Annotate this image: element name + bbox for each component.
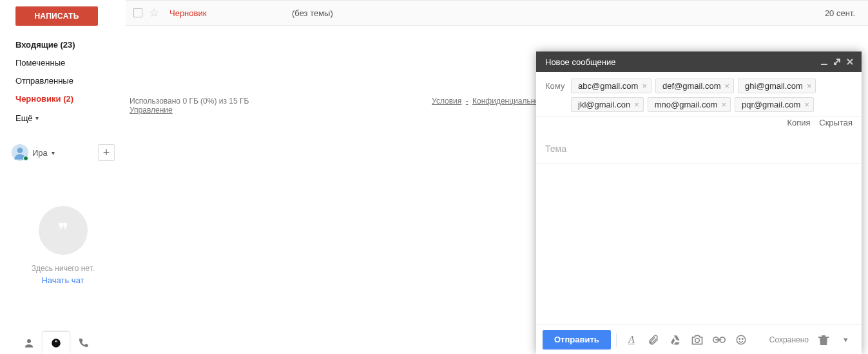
saved-label: Сохранено	[769, 335, 809, 344]
popout-button[interactable]	[831, 55, 844, 68]
recipient-email: pqr@gmail.com	[742, 100, 800, 109]
message-row[interactable]: ☆ Черновик (без темы) 20 сент.	[126, 0, 868, 26]
attach-icon[interactable]	[644, 330, 663, 349]
storage-manage-link[interactable]: Управление	[130, 106, 173, 115]
recipient-chip[interactable]: def@gmail.com×	[655, 79, 734, 93]
chip-remove-icon[interactable]: ×	[634, 100, 639, 109]
footer-sep: -	[466, 97, 468, 106]
presence-dot-icon	[23, 156, 28, 161]
cc-link[interactable]: Копия	[787, 118, 810, 127]
link-icon[interactable]	[709, 330, 729, 349]
minimize-button[interactable]	[818, 55, 831, 68]
user-menu-caret-icon[interactable]: ▾	[52, 149, 55, 156]
hangouts-empty-state: ❞ Здесь ничего нет. Начать чат	[8, 206, 118, 285]
svg-point-6	[695, 338, 700, 342]
message-from: Черновик	[169, 8, 292, 18]
footer-links: Условия - Конфиденциально	[432, 97, 539, 106]
svg-point-10	[737, 335, 746, 344]
recipient-email: abc@gmail.com	[578, 81, 638, 91]
recipient-chip[interactable]: mno@gmail.com×	[648, 97, 731, 112]
recipient-email: def@gmail.com	[662, 81, 721, 91]
emoji-icon[interactable]	[731, 330, 751, 349]
recipient-chip[interactable]: pqr@gmail.com×	[735, 97, 814, 112]
caret-down-icon: ▾	[35, 109, 39, 127]
contacts-tab[interactable]	[15, 332, 43, 354]
nav-more-label: Ещё	[15, 109, 33, 127]
sidebar-item-2[interactable]: Отправленные	[15, 72, 126, 90]
recipient-chip[interactable]: jkl@gmail.con×	[571, 97, 644, 112]
subject-row	[536, 134, 862, 163]
sidebar-item-3[interactable]: Черновики (2)	[15, 90, 126, 108]
chip-remove-icon[interactable]: ×	[721, 100, 726, 109]
sidebar-item-0[interactable]: Входящие (23)	[15, 36, 126, 54]
recipient-chip[interactable]: ghi@gmail.com×	[738, 79, 816, 93]
user-name: Ира	[32, 148, 48, 158]
sidebar: НАПИСАТЬ Входящие (23)ПомеченныеОтправле…	[0, 0, 126, 354]
user-row: Ира ▾ +	[12, 144, 115, 161]
more-options-icon[interactable]: ▾	[836, 330, 855, 349]
svg-rect-5	[821, 64, 827, 65]
row-checkbox[interactable]	[133, 8, 142, 17]
compose-title: Новое сообщение	[545, 57, 615, 67]
message-date: 20 сент.	[825, 8, 855, 18]
formatting-button[interactable]: A	[622, 330, 641, 349]
start-chat-link[interactable]: Начать чат	[8, 275, 118, 285]
terms-link[interactable]: Условия	[432, 97, 461, 106]
close-button[interactable]	[844, 55, 856, 68]
svg-point-12	[742, 338, 743, 339]
star-icon[interactable]: ☆	[149, 7, 159, 19]
avatar[interactable]	[12, 144, 28, 161]
phone-tab[interactable]	[70, 332, 97, 354]
photo-icon[interactable]	[688, 330, 707, 349]
chip-remove-icon[interactable]: ×	[725, 82, 730, 90]
compose-header[interactable]: Новое сообщение	[536, 51, 862, 72]
drive-icon[interactable]	[666, 330, 685, 349]
svg-text:❞: ❞	[55, 340, 57, 346]
subject-input[interactable]	[545, 144, 853, 154]
recipient-email: jkl@gmail.con	[578, 100, 630, 109]
recipient-email: mno@gmail.com	[655, 100, 718, 109]
compose-button[interactable]: НАПИСАТЬ	[15, 6, 98, 26]
sidebar-item-1[interactable]: Помеченные	[15, 54, 126, 72]
svg-point-11	[739, 338, 740, 339]
message-body[interactable]	[536, 163, 862, 324]
chip-remove-icon[interactable]: ×	[804, 100, 809, 109]
recipient-chips: abc@gmail.com×def@gmail.com×ghi@gmail.co…	[571, 79, 853, 112]
folder-nav: Входящие (23)ПомеченныеОтправленныеЧерно…	[0, 36, 126, 108]
recipients-row[interactable]: Кому abc@gmail.com×def@gmail.com×ghi@gma…	[536, 72, 862, 116]
chip-remove-icon[interactable]: ×	[642, 82, 647, 90]
hangouts-tab[interactable]: ❞	[43, 332, 70, 354]
svg-point-2	[27, 339, 31, 343]
compose-toolbar: Отправить A Сохранено ▾	[536, 324, 862, 354]
hangouts-bubble-icon: ❞	[39, 206, 88, 255]
hangouts-bottom-tabs: ❞	[15, 332, 97, 354]
quote-icon: ❞	[58, 227, 68, 234]
hangouts-empty-text: Здесь ничего нет.	[8, 264, 118, 273]
add-contact-button[interactable]: +	[98, 144, 115, 161]
privacy-link[interactable]: Конфиденциально	[472, 97, 539, 106]
svg-point-1	[17, 147, 23, 153]
send-button[interactable]: Отправить	[543, 330, 611, 349]
chip-remove-icon[interactable]: ×	[807, 82, 812, 90]
bcc-link[interactable]: Скрытая	[819, 118, 853, 127]
to-label: Кому	[545, 79, 571, 91]
compose-window: Новое сообщение Кому abc@gmail.com×def@g…	[536, 51, 862, 354]
nav-more[interactable]: Ещё ▾	[15, 109, 126, 127]
message-subject: (без темы)	[292, 8, 825, 18]
recipient-email: ghi@gmail.com	[745, 81, 803, 91]
discard-icon[interactable]	[814, 330, 833, 349]
cc-bcc-row: Копия Скрытая	[536, 116, 862, 134]
toolbar-separator	[616, 333, 617, 347]
recipient-chip[interactable]: abc@gmail.com×	[571, 79, 651, 93]
